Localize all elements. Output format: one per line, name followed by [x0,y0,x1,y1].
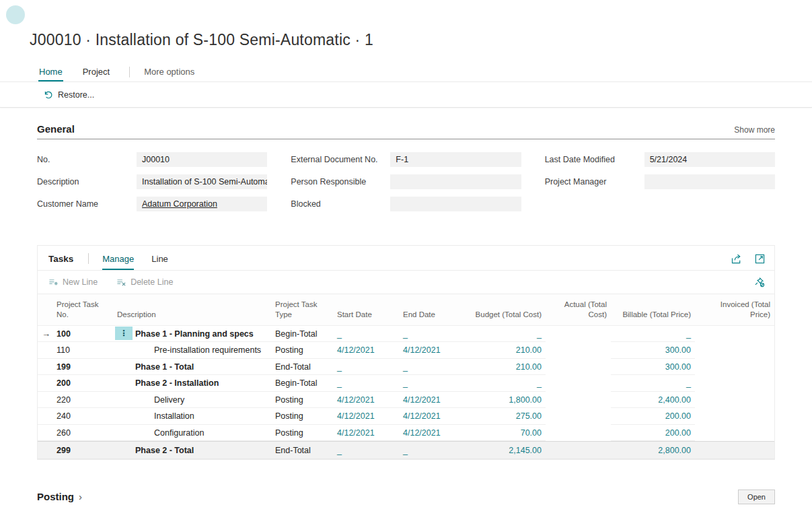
tasks-tab-manage[interactable]: Manage [102,254,134,270]
column-header[interactable]: Start Date [335,304,401,325]
cell-start[interactable]: _ [335,442,401,459]
external-doc-no-field[interactable]: F-1 [390,152,521,167]
cell-end[interactable]: 4/12/2021 [401,408,465,425]
posting-open-button[interactable]: Open [738,489,775,504]
cell-actual[interactable] [546,392,611,409]
tasks-tab-line[interactable]: Line [151,254,168,270]
new-line-button[interactable]: New Line [48,277,98,287]
cell-billable[interactable]: 200.00 [611,408,695,425]
cell-end[interactable]: 4/12/2021 [401,392,465,409]
cell-billable[interactable]: 300.00 [611,342,695,359]
cell-actual[interactable] [546,408,611,425]
cell-description[interactable]: Phase 2 - Installation [115,375,273,392]
popout-icon[interactable] [755,254,765,264]
cell-description[interactable]: ⋮Phase 1 - Planning and specs [115,326,273,343]
column-header[interactable]: Description [115,304,273,325]
cell-budget[interactable]: 210.00 [465,359,546,376]
cell-budget[interactable]: 210.00 [465,342,546,359]
column-header[interactable]: Project Task Type [273,294,335,325]
cell-budget[interactable]: 2,145.00 [465,442,546,459]
cell-no[interactable]: 220 [54,392,115,409]
cell-budget[interactable]: 1,800.00 [465,392,546,409]
description-field[interactable]: Installation of S-100 Semi-Automat [137,174,267,189]
cell-billable[interactable]: _ [611,375,695,392]
column-header[interactable]: End Date [401,304,465,325]
tab-home[interactable]: Home [38,64,63,81]
cell-billable[interactable]: 200.00 [611,425,695,442]
cell-budget[interactable]: 275.00 [465,408,546,425]
blocked-field[interactable] [390,197,521,211]
cell-end[interactable]: 4/12/2021 [401,342,465,359]
cell-invoiced[interactable] [695,375,774,392]
cell-no[interactable]: 100 [54,326,115,343]
posting-heading[interactable]: Posting [37,491,74,502]
column-header[interactable]: Invoiced (Total Price) [695,294,774,325]
cell-start[interactable]: 4/12/2021 [335,408,401,425]
cell-budget[interactable]: _ [465,326,546,343]
column-header[interactable]: Budget (Total Cost) [465,304,546,325]
cell-description[interactable]: Pre-installation requirements [115,342,273,359]
more-options-button[interactable]: More options [143,64,195,81]
cell-invoiced[interactable] [695,425,774,442]
cell-budget[interactable]: 70.00 [465,425,546,442]
column-header[interactable]: Project Task No. [54,294,115,325]
cell-type[interactable]: Begin-Total [273,375,335,392]
project-manager-field[interactable] [644,174,775,189]
cell-type[interactable]: Begin-Total [273,326,335,343]
cell-actual[interactable] [546,442,611,459]
cell-no[interactable]: 260 [54,425,115,442]
cell-context-menu-button[interactable]: ⋮ [115,327,133,341]
column-header[interactable]: Billable (Total Price) [611,304,695,325]
tasks-heading[interactable]: Tasks [48,254,73,270]
cell-start[interactable]: _ [335,359,401,376]
general-heading[interactable]: General [37,123,75,135]
cell-description[interactable]: Delivery [115,392,273,409]
no-field[interactable]: J00010 [137,152,267,167]
cell-invoiced[interactable] [695,359,774,376]
cell-end[interactable]: 4/12/2021 [401,425,465,442]
share-icon[interactable] [731,254,743,264]
cell-budget[interactable]: _ [465,375,546,392]
unpin-icon[interactable] [754,277,765,288]
cell-end[interactable]: _ [401,442,465,459]
cell-invoiced[interactable] [695,442,774,459]
cell-description[interactable]: Phase 1 - Total [115,359,273,376]
cell-actual[interactable] [546,326,611,343]
cell-no[interactable]: 199 [54,359,115,376]
cell-actual[interactable] [546,359,611,376]
cell-end[interactable]: _ [401,375,465,392]
cell-type[interactable]: End-Total [273,359,335,376]
cell-description[interactable]: Configuration [115,425,273,442]
company-avatar[interactable] [6,5,25,24]
cell-description[interactable]: Installation [115,408,273,425]
cell-no[interactable]: 240 [54,408,115,425]
cell-billable[interactable]: _ [611,326,695,343]
cell-billable[interactable]: 300.00 [611,359,695,376]
cell-start[interactable]: 4/12/2021 [335,342,401,359]
cell-invoiced[interactable] [695,342,774,359]
show-more-link[interactable]: Show more [734,125,775,135]
cell-end[interactable]: _ [401,326,465,343]
cell-no[interactable]: 299 [54,442,115,459]
customer-name-field[interactable]: Adatum Corporation [137,197,267,211]
cell-start[interactable]: 4/12/2021 [335,425,401,442]
cell-type[interactable]: End-Total [273,442,335,459]
cell-end[interactable]: _ [401,359,465,376]
cell-type[interactable]: Posting [273,392,335,409]
last-date-modified-field[interactable]: 5/21/2024 [644,152,775,167]
cell-invoiced[interactable] [695,326,774,343]
cell-start[interactable]: _ [335,375,401,392]
column-header[interactable]: Actual (Total Cost) [546,294,611,325]
cell-billable[interactable]: 2,400.00 [611,392,695,409]
restore-button[interactable]: Restore... [44,90,94,100]
person-responsible-field[interactable] [390,174,521,189]
cell-actual[interactable] [546,342,611,359]
cell-billable[interactable]: 2,800.00 [611,442,695,459]
cell-start[interactable]: 4/12/2021 [335,392,401,409]
cell-invoiced[interactable] [695,392,774,409]
cell-type[interactable]: Posting [273,342,335,359]
cell-no[interactable]: 200 [54,375,115,392]
cell-actual[interactable] [546,375,611,392]
cell-no[interactable]: 110 [54,342,115,359]
cell-invoiced[interactable] [695,408,774,425]
